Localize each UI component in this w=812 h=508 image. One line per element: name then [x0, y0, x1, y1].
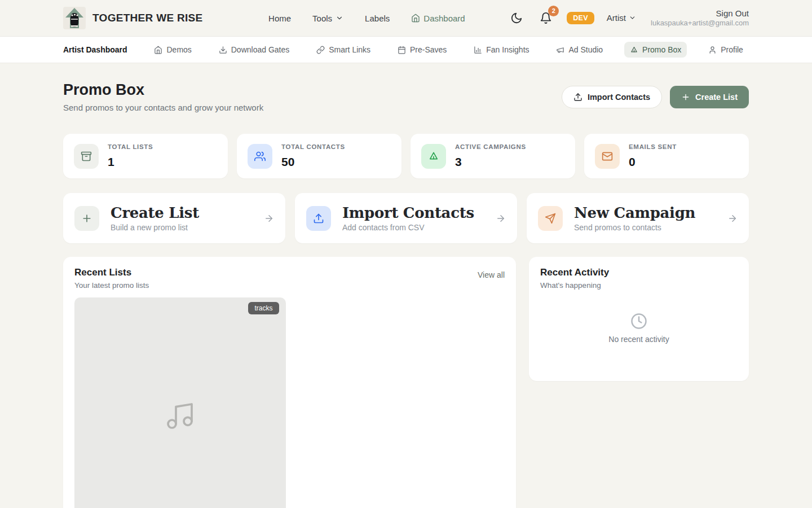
- header-actions: Import Contacts Create List: [562, 86, 749, 108]
- page-subtitle: Send promos to your contacts and grow yo…: [63, 103, 263, 112]
- import-contacts-card[interactable]: Import Contacts Add contacts from CSV: [295, 193, 517, 243]
- arrow-right-icon: [264, 213, 274, 224]
- card-subtitle: Build a new promo list: [111, 223, 199, 232]
- notification-count-badge: 2: [548, 6, 559, 16]
- card-subtitle: Send promos to contacts: [574, 223, 695, 232]
- archive-icon: [74, 144, 99, 169]
- main-nav: Home Tools Labels Dashboard: [246, 14, 465, 23]
- subnav-pre-saves[interactable]: Pre-Saves: [392, 42, 452, 58]
- clock-icon: [630, 313, 647, 330]
- card-title: Import Contacts: [342, 204, 474, 221]
- campaign-icon: [421, 144, 446, 169]
- calendar-icon: [398, 46, 406, 54]
- topbar-right: 2 DEV Artist Sign Out lukaspauka+artist@…: [508, 8, 749, 28]
- lists-grid: tracks: [74, 297, 505, 508]
- import-contacts-button[interactable]: Import Contacts: [562, 86, 662, 108]
- main-content: Promo Box Send promos to your contacts a…: [0, 81, 812, 508]
- stat-emails-sent: EMAILS SENT 0: [584, 134, 749, 178]
- stat-value: 0: [629, 155, 677, 169]
- subnav-promo-box[interactable]: Promo Box: [624, 42, 687, 58]
- quick-actions-row: Create List Build a new promo list Impor…: [63, 193, 749, 243]
- arrow-right-icon: [727, 213, 738, 224]
- nav-labels[interactable]: Labels: [365, 14, 390, 23]
- plus-icon: [74, 206, 99, 231]
- bottom-panels: Recent Lists Your latest promo lists Vie…: [63, 257, 749, 508]
- users-icon: [248, 144, 272, 169]
- empty-state: No recent activity: [540, 290, 738, 371]
- music-icon: [164, 400, 196, 432]
- subnav-download-gates[interactable]: Download Gates: [213, 42, 295, 58]
- empty-state-text: No recent activity: [608, 335, 669, 344]
- user-email: lukaspauka+artist@gmail.com: [651, 19, 749, 28]
- sign-out-link[interactable]: Sign Out: [716, 8, 749, 19]
- user-icon: [708, 46, 717, 54]
- download-icon: [219, 46, 227, 54]
- recent-lists-panel: Recent Lists Your latest promo lists Vie…: [63, 257, 516, 508]
- brand-name: TOGETHER WE RISE: [92, 12, 203, 24]
- card-title: New Campaign: [574, 204, 695, 221]
- promo-box-page: TOGETHER WE RISE Home Tools Labels Dashb…: [0, 0, 812, 508]
- role-menu[interactable]: Artist: [607, 13, 636, 23]
- card-title: Create List: [111, 204, 199, 221]
- brand[interactable]: TOGETHER WE RISE: [63, 7, 203, 29]
- stat-total-contacts: TOTAL CONTACTS 50: [237, 134, 401, 178]
- stat-total-lists: TOTAL LISTS 1: [63, 134, 228, 178]
- stat-active-campaigns: ACTIVE CAMPAIGNS 3: [411, 134, 575, 178]
- nav-tools-dropdown[interactable]: Tools: [312, 14, 343, 23]
- subnav-artist-dashboard[interactable]: Artist Dashboard: [63, 42, 133, 58]
- list-type-badge: tracks: [248, 302, 279, 314]
- stats-row: TOTAL LISTS 1 TOTAL CONTACTS 50 ACTIVE: [63, 134, 749, 178]
- home-icon: [411, 14, 420, 23]
- send-icon: [538, 206, 563, 231]
- stat-value: 3: [455, 155, 526, 169]
- subnav-demos[interactable]: Demos: [148, 42, 197, 58]
- panel-title: Recent Lists: [74, 267, 149, 278]
- nav-dashboard[interactable]: Dashboard: [411, 14, 465, 23]
- upload-icon: [306, 206, 331, 231]
- campaign-icon: [630, 46, 638, 54]
- nav-home[interactable]: Home: [268, 14, 291, 23]
- panel-subtitle: Your latest promo lists: [74, 281, 149, 290]
- plus-icon: [681, 93, 690, 102]
- account-block: Sign Out lukaspauka+artist@gmail.com: [651, 8, 749, 28]
- top-navbar: TOGETHER WE RISE Home Tools Labels Dashb…: [0, 0, 812, 36]
- upload-icon: [573, 93, 582, 102]
- dark-mode-toggle[interactable]: [508, 10, 525, 27]
- stat-label: TOTAL CONTACTS: [281, 143, 345, 150]
- megaphone-icon: [556, 46, 564, 54]
- create-list-card[interactable]: Create List Build a new promo list: [63, 193, 285, 243]
- panel-title: Recent Activity: [540, 267, 609, 278]
- new-campaign-card[interactable]: New Campaign Send promos to contacts: [527, 193, 749, 243]
- stat-label: TOTAL LISTS: [108, 143, 153, 150]
- notifications-button[interactable]: 2: [537, 10, 554, 27]
- page-title: Promo Box: [63, 81, 263, 99]
- page-header: Promo Box Send promos to your contacts a…: [63, 81, 749, 112]
- stat-value: 50: [281, 155, 345, 169]
- brand-logo-icon: [63, 7, 86, 29]
- chevron-down-icon: [336, 14, 343, 22]
- view-all-link[interactable]: View all: [478, 270, 505, 279]
- recent-activity-panel: Recent Activity What's happening No rece…: [529, 257, 749, 381]
- create-list-button[interactable]: Create List: [670, 86, 749, 108]
- subnav-fan-insights[interactable]: Fan Insights: [468, 42, 535, 58]
- panel-subtitle: What's happening: [540, 281, 609, 290]
- stat-value: 1: [108, 155, 153, 169]
- home-icon: [154, 46, 162, 54]
- moon-icon: [510, 12, 523, 24]
- link-icon: [316, 46, 325, 54]
- card-subtitle: Add contacts from CSV: [342, 223, 474, 232]
- mail-icon: [595, 144, 620, 169]
- arrow-right-icon: [496, 213, 506, 224]
- chevron-down-icon: [629, 14, 636, 21]
- artist-subnav: Artist Dashboard Demos Download Gates Sm…: [0, 36, 812, 63]
- stat-label: ACTIVE CAMPAIGNS: [455, 143, 526, 150]
- env-badge: DEV: [567, 12, 594, 24]
- subnav-profile[interactable]: Profile: [703, 42, 749, 58]
- bar-chart-icon: [474, 46, 482, 54]
- stat-label: EMAILS SENT: [629, 143, 677, 150]
- list-item[interactable]: tracks: [74, 297, 286, 508]
- subnav-smart-links[interactable]: Smart Links: [311, 42, 376, 58]
- subnav-ad-studio[interactable]: Ad Studio: [550, 42, 608, 58]
